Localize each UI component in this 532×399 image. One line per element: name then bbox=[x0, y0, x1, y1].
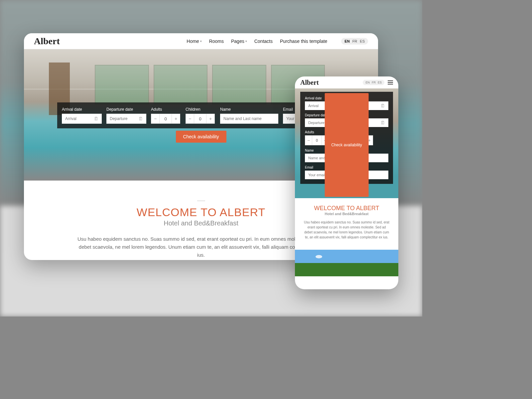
mobile-hero: Arrival date 🗓 Departure date 🗓 Adults −… bbox=[295, 88, 398, 198]
mobile-welcome-section: WELCOME TO ALBERT Hotel and Bed&Breakfas… bbox=[295, 198, 398, 246]
m-check-availability-button[interactable]: Check availability bbox=[325, 93, 369, 197]
name-input[interactable] bbox=[223, 116, 275, 121]
nav-home[interactable]: Home▾ bbox=[187, 39, 201, 44]
calendar-icon[interactable]: 🗓 bbox=[94, 116, 98, 121]
chevron-down-icon: ▾ bbox=[200, 40, 202, 43]
children-field: Children − 0 + bbox=[186, 107, 215, 124]
adults-plus-button[interactable]: + bbox=[172, 114, 180, 124]
lang-en[interactable]: EN bbox=[344, 39, 349, 43]
children-plus-button[interactable]: + bbox=[206, 114, 215, 124]
calendar-icon[interactable]: 🗓 bbox=[380, 120, 385, 125]
nav-contacts[interactable]: Contacts bbox=[254, 39, 273, 44]
mobile-lang-fr[interactable]: FR bbox=[372, 81, 376, 84]
mobile-gallery-image bbox=[295, 250, 398, 276]
arrival-field: Arrival date 🗓 bbox=[62, 107, 102, 124]
adults-minus-button[interactable]: − bbox=[151, 114, 160, 124]
m-welcome-body: Usu habeo equidem sanctus no. Suas summo… bbox=[303, 220, 390, 240]
chevron-down-icon: ▾ bbox=[245, 40, 247, 43]
m-adults-value: 0 bbox=[312, 135, 322, 145]
adults-field: Adults − 0 + bbox=[151, 107, 181, 124]
name-label: Name bbox=[220, 107, 278, 112]
arrival-input[interactable] bbox=[65, 116, 94, 121]
mobile-lang-es[interactable]: ES bbox=[378, 81, 382, 84]
m-adults-minus-button[interactable]: − bbox=[305, 135, 312, 145]
brand-logo[interactable]: Albert bbox=[34, 36, 60, 47]
main-nav: Home▾ Rooms Pages▾ Contacts Purchase thi… bbox=[187, 38, 368, 45]
name-field: Name bbox=[220, 107, 278, 124]
language-switcher: EN FR ES bbox=[341, 38, 368, 45]
adults-stepper: − 0 + bbox=[151, 114, 181, 124]
departure-field: Departure date 🗓 bbox=[106, 107, 146, 124]
m-welcome-subtitle: Hotel and Bed&Breakfast bbox=[303, 212, 390, 216]
welcome-body: Usu habeo equidem sanctus no. Suas summo… bbox=[75, 235, 328, 259]
nav-rooms[interactable]: Rooms bbox=[209, 39, 224, 44]
mobile-brand-logo[interactable]: Albert bbox=[300, 79, 319, 86]
calendar-icon[interactable]: 🗓 bbox=[380, 103, 385, 108]
arrival-label: Arrival date bbox=[62, 107, 102, 112]
m-welcome-title: WELCOME TO ALBERT bbox=[303, 205, 390, 212]
check-availability-button[interactable]: Check availability bbox=[176, 131, 226, 143]
mobile-lang-en[interactable]: EN bbox=[365, 81, 370, 84]
hamburger-icon[interactable] bbox=[388, 80, 393, 84]
mobile-preview: Albert EN FR ES Arrival date 🗓 Departure… bbox=[295, 76, 398, 289]
mobile-language-switcher: EN FR ES bbox=[363, 80, 384, 85]
children-label: Children bbox=[186, 107, 215, 112]
children-minus-button[interactable]: − bbox=[186, 114, 194, 124]
departure-label: Departure date bbox=[106, 107, 146, 112]
mobile-header: Albert EN FR ES bbox=[295, 76, 398, 88]
children-stepper: − 0 + bbox=[186, 114, 215, 124]
lang-es[interactable]: ES bbox=[360, 39, 365, 43]
adults-value: 0 bbox=[160, 114, 172, 124]
calendar-icon[interactable]: 🗓 bbox=[138, 116, 143, 121]
nav-purchase[interactable]: Purchase this template bbox=[280, 39, 327, 44]
header: Albert Home▾ Rooms Pages▾ Contacts Purch… bbox=[24, 33, 378, 49]
departure-input[interactable] bbox=[110, 116, 138, 121]
nav-pages[interactable]: Pages▾ bbox=[231, 39, 247, 44]
children-value: 0 bbox=[194, 114, 206, 124]
adults-label: Adults bbox=[151, 107, 181, 112]
divider bbox=[197, 200, 205, 201]
lang-fr[interactable]: FR bbox=[352, 39, 357, 43]
